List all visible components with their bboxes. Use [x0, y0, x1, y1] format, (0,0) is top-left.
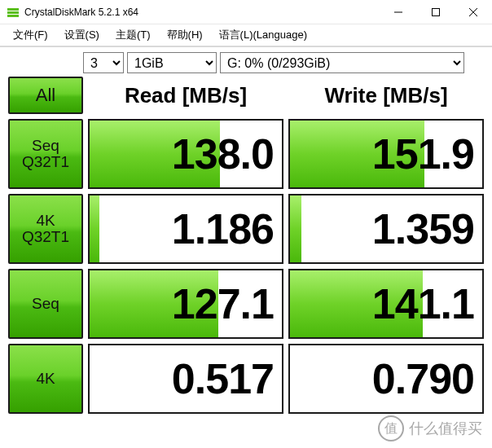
menu-settings[interactable]: 设置(S) [56, 26, 108, 44]
watermark-text: 什么值得买 [409, 419, 482, 438]
menu-language[interactable]: 语言(L)(Language) [211, 26, 315, 44]
value-text: 0.517 [172, 354, 274, 403]
menu-theme[interactable]: 主题(T) [108, 26, 159, 44]
fourk-read: 0.517 [88, 344, 283, 414]
value-text: 151.9 [372, 130, 474, 178]
seq-button[interactable]: Seq [8, 269, 83, 339]
window-controls [380, 0, 492, 24]
all-button[interactable]: All [8, 77, 83, 114]
header-read: Read [MB/s] [88, 77, 283, 114]
seq-q32t1-read: 138.0 [88, 119, 283, 189]
value-text: 1.359 [372, 204, 474, 253]
value-text: 1.186 [172, 204, 274, 253]
seq-q32t1-button[interactable]: Seq Q32T1 [8, 119, 83, 189]
fourk-write: 0.790 [288, 344, 484, 414]
titlebar: CrystalDiskMark 5.2.1 x64 [0, 0, 492, 24]
menubar: 文件(F) 设置(S) 主题(T) 帮助(H) 语言(L)(Language) [0, 24, 492, 46]
fourk-q32t1-button[interactable]: 4K Q32T1 [8, 194, 83, 264]
svg-rect-0 [7, 8, 19, 11]
minimize-button[interactable] [380, 0, 417, 24]
value-text: 127.1 [172, 279, 274, 328]
controls-row: 3 1GiB G: 0% (0/293GiB) [8, 52, 484, 73]
all-button-label: All [36, 86, 55, 104]
maximize-button[interactable] [417, 0, 455, 24]
value-text: 141.1 [372, 279, 474, 328]
app-icon [7, 6, 20, 19]
menu-file[interactable]: 文件(F) [5, 26, 56, 44]
seq-write: 141.1 [288, 269, 484, 339]
test-count-select[interactable]: 3 [83, 52, 124, 73]
bar-fill [90, 195, 99, 262]
menu-help[interactable]: 帮助(H) [159, 26, 211, 44]
svg-rect-2 [7, 15, 19, 17]
window-title: CrystalDiskMark 5.2.1 x64 [24, 7, 380, 18]
results-grid: All Read [MB/s] Write [MB/s] Seq Q32T1 1… [8, 77, 484, 414]
svg-rect-1 [7, 11, 19, 14]
header-write: Write [MB/s] [288, 77, 484, 114]
svg-rect-4 [433, 8, 440, 15]
value-text: 138.0 [172, 130, 274, 178]
bar-fill [290, 195, 301, 262]
test-size-select[interactable]: 1GiB [127, 52, 217, 73]
close-button[interactable] [455, 0, 492, 24]
fourk-q32t1-read: 1.186 [88, 194, 283, 264]
drive-select[interactable]: G: 0% (0/293GiB) [220, 52, 464, 73]
watermark-icon: 值 [378, 415, 404, 441]
content-area: 3 1GiB G: 0% (0/293GiB) All Read [MB/s] … [0, 46, 492, 422]
watermark: 值 什么值得买 [378, 415, 482, 441]
fourk-button[interactable]: 4K [8, 344, 83, 414]
seq-q32t1-write: 151.9 [288, 119, 484, 189]
fourk-q32t1-write: 1.359 [288, 194, 484, 264]
value-text: 0.790 [372, 354, 474, 403]
seq-read: 127.1 [88, 269, 283, 339]
